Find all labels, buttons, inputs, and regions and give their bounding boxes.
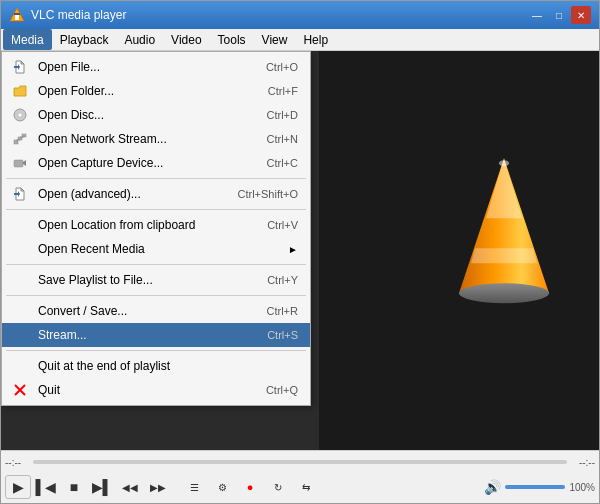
quit-shortcut: Ctrl+Q <box>266 384 298 396</box>
svg-point-24 <box>499 160 509 166</box>
volume-track[interactable] <box>505 485 565 489</box>
open-capture-label: Open Capture Device... <box>38 156 163 170</box>
volume-icon: 🔊 <box>484 479 501 495</box>
separator-3 <box>6 264 306 265</box>
volume-fill <box>505 485 565 489</box>
menu-item-quit[interactable]: Quit Ctrl+Q <box>2 378 310 402</box>
volume-area: 🔊 100% <box>484 479 595 495</box>
open-file-shortcut: Ctrl+O <box>266 61 298 73</box>
svg-marker-4 <box>21 61 24 64</box>
save-playlist-label: Save Playlist to File... <box>38 273 153 287</box>
menu-media[interactable]: Media <box>3 29 52 50</box>
close-button[interactable]: ✕ <box>571 6 591 24</box>
stream-label: Stream... <box>38 328 87 342</box>
menu-playback[interactable]: Playback <box>52 29 117 50</box>
separator-1 <box>6 178 306 179</box>
open-disc-label: Open Disc... <box>38 108 104 122</box>
open-advanced-shortcut: Ctrl+Shift+O <box>237 188 298 200</box>
stream-shortcut: Ctrl+S <box>267 329 298 341</box>
buttons-row: ▶ ▌◀ ■ ▶▌ ◀◀ ▶▶ ☰ ⚙ ● ↻ ⇆ <box>5 473 595 501</box>
quit-playlist-label: Quit at the end of playlist <box>38 359 170 373</box>
menu-item-open-file[interactable]: Open File... Ctrl+O <box>2 55 310 79</box>
svg-rect-10 <box>22 134 26 137</box>
menu-item-open-capture[interactable]: Open Capture Device... Ctrl+C <box>2 151 310 175</box>
separator-2 <box>6 209 306 210</box>
content-area: Open File... Ctrl+O Open Folder... Ctrl+… <box>1 51 599 450</box>
svg-rect-13 <box>14 160 23 167</box>
menu-tools[interactable]: Tools <box>210 29 254 50</box>
open-network-shortcut: Ctrl+N <box>267 133 298 145</box>
separator-5 <box>6 350 306 351</box>
play-button[interactable]: ▶ <box>5 475 31 499</box>
seek-track[interactable] <box>33 460 567 464</box>
open-disc-shortcut: Ctrl+D <box>267 109 298 121</box>
open-file-label: Open File... <box>38 60 100 74</box>
svg-rect-1 <box>15 15 19 20</box>
menu-item-open-disc[interactable]: Open Disc... Ctrl+D <box>2 103 310 127</box>
next-button[interactable]: ▶▌ <box>89 475 115 499</box>
svg-point-7 <box>18 113 22 117</box>
quit-icon <box>10 383 30 397</box>
playlist-button[interactable]: ☰ <box>181 475 207 499</box>
open-location-label: Open Location from clipboard <box>38 218 195 232</box>
minimize-button[interactable]: — <box>527 6 547 24</box>
open-capture-icon <box>10 156 30 170</box>
svg-marker-14 <box>23 160 26 166</box>
save-playlist-shortcut: Ctrl+Y <box>267 274 298 286</box>
open-disc-icon <box>10 108 30 122</box>
menu-item-open-network[interactable]: Open Network Stream... Ctrl+N <box>2 127 310 151</box>
random-button[interactable]: ⇆ <box>293 475 319 499</box>
extended-button[interactable]: ⚙ <box>209 475 235 499</box>
convert-save-label: Convert / Save... <box>38 304 127 318</box>
menu-item-open-folder[interactable]: Open Folder... Ctrl+F <box>2 79 310 103</box>
open-folder-shortcut: Ctrl+F <box>268 85 298 97</box>
menu-item-save-playlist[interactable]: Save Playlist to File... Ctrl+Y <box>2 268 310 292</box>
open-advanced-label: Open (advanced)... <box>38 187 141 201</box>
svg-rect-2 <box>14 13 20 15</box>
open-folder-label: Open Folder... <box>38 84 114 98</box>
skip-back-button[interactable]: ◀◀ <box>117 475 143 499</box>
seek-end: --:-- <box>571 457 595 468</box>
convert-save-shortcut: Ctrl+R <box>267 305 298 317</box>
menu-item-open-advanced[interactable]: Open (advanced)... Ctrl+Shift+O <box>2 182 310 206</box>
open-network-label: Open Network Stream... <box>38 132 167 146</box>
svg-marker-22 <box>471 248 537 263</box>
quit-label: Quit <box>38 383 60 397</box>
open-recent-label: Open Recent Media <box>38 242 145 256</box>
seek-bar-area: --:-- --:-- <box>5 453 595 471</box>
controls-bar: --:-- --:-- ▶ ▌◀ ■ ▶▌ ◀◀ ▶▶ ☰ ⚙ ● <box>1 450 599 503</box>
svg-point-23 <box>459 283 549 303</box>
menu-item-quit-playlist[interactable]: Quit at the end of playlist <box>2 354 310 378</box>
media-dropdown: Open File... Ctrl+O Open Folder... Ctrl+… <box>1 51 311 406</box>
vlc-window: VLC media player — □ ✕ Media Playback Au… <box>0 0 600 504</box>
seek-start: --:-- <box>5 457 29 468</box>
open-network-icon <box>10 132 30 146</box>
menu-item-open-location[interactable]: Open Location from clipboard Ctrl+V <box>2 213 310 237</box>
maximize-button[interactable]: □ <box>549 6 569 24</box>
svg-marker-21 <box>486 158 522 218</box>
menu-video[interactable]: Video <box>163 29 209 50</box>
volume-percent: 100% <box>569 482 595 493</box>
menu-item-convert-save[interactable]: Convert / Save... Ctrl+R <box>2 299 310 323</box>
stop-button[interactable]: ■ <box>61 475 87 499</box>
vlc-cone <box>439 153 569 316</box>
menu-item-open-recent[interactable]: Open Recent Media ► <box>2 237 310 261</box>
open-location-shortcut: Ctrl+V <box>267 219 298 231</box>
window-controls: — □ ✕ <box>527 6 591 24</box>
svg-rect-9 <box>18 137 22 140</box>
title-bar: VLC media player — □ ✕ <box>1 1 599 29</box>
open-recent-arrow: ► <box>288 244 298 255</box>
record-button[interactable]: ● <box>237 475 263 499</box>
menu-help[interactable]: Help <box>295 29 336 50</box>
separator-4 <box>6 295 306 296</box>
skip-fwd-button[interactable]: ▶▶ <box>145 475 171 499</box>
menu-item-stream[interactable]: Stream... Ctrl+S <box>2 323 310 347</box>
menu-audio[interactable]: Audio <box>116 29 163 50</box>
menu-bar: Media Playback Audio Video Tools View He… <box>1 29 599 51</box>
prev-button[interactable]: ▌◀ <box>33 475 59 499</box>
video-area <box>319 51 599 450</box>
open-folder-icon <box>10 84 30 98</box>
app-icon <box>9 7 25 23</box>
loop-button[interactable]: ↻ <box>265 475 291 499</box>
menu-view[interactable]: View <box>254 29 296 50</box>
